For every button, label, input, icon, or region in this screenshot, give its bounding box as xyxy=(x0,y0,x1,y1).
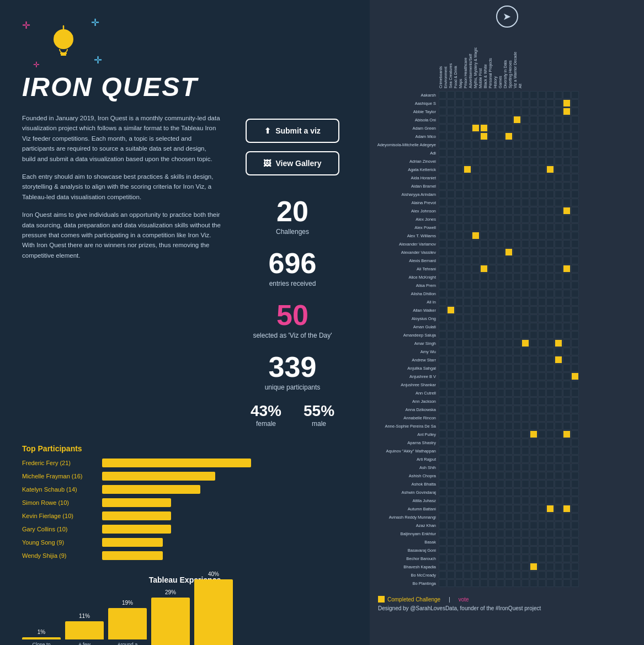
grid-cell xyxy=(505,389,513,397)
grid-cell xyxy=(447,571,455,579)
grid-cell xyxy=(538,99,546,107)
grid-cell xyxy=(530,116,537,124)
page-title: IRON QUEST xyxy=(22,72,348,102)
grid-cells xyxy=(439,555,579,562)
grid-cell xyxy=(472,257,480,264)
grid-cells xyxy=(439,538,579,546)
grid-cell xyxy=(480,389,488,397)
grid-cell xyxy=(513,406,521,413)
grid-cell xyxy=(555,381,562,388)
grid-cell xyxy=(472,273,480,281)
grid-cell xyxy=(571,223,579,231)
grid-cell xyxy=(513,124,521,132)
participant-name: Aakarsh xyxy=(372,93,439,98)
grid-cell xyxy=(472,546,480,554)
participant-name: Aidan Bramel xyxy=(372,184,439,189)
grid-cell xyxy=(521,182,529,190)
grid-cells xyxy=(439,372,579,380)
grid-cells xyxy=(439,339,579,347)
grid-row: Alexis Bernard xyxy=(372,257,641,264)
challenges-count: 20 xyxy=(251,195,334,228)
grid-cell xyxy=(488,207,496,215)
grid-cell xyxy=(488,223,496,231)
grid-cell xyxy=(530,455,537,463)
grid-cell xyxy=(480,463,488,471)
grid-cell xyxy=(546,190,554,198)
participant-name: Annabelle Rincon xyxy=(372,415,439,420)
grid-cell xyxy=(521,521,529,529)
gallery-button[interactable]: 🖼 View Gallery xyxy=(246,151,339,175)
grid-cell xyxy=(521,157,529,165)
grid-cell xyxy=(472,174,480,182)
participant-name: Baljinnyam Enkhtur xyxy=(372,531,439,536)
grid-cell xyxy=(513,257,521,264)
grid-cell xyxy=(480,563,488,571)
grid-cell xyxy=(546,381,554,388)
grid-cell xyxy=(563,571,571,579)
grid-cell xyxy=(546,91,554,99)
grid-row: Ash Shih xyxy=(372,463,641,471)
grid-cells xyxy=(439,579,579,587)
grid-cells xyxy=(439,207,579,215)
participant-name: Anna Dzikowska xyxy=(372,407,439,412)
grid-cell xyxy=(439,91,446,99)
grid-cell xyxy=(530,364,537,372)
grid-cell xyxy=(530,422,537,430)
grid-cell xyxy=(538,447,546,455)
grid-cell xyxy=(546,571,554,579)
grid-cell xyxy=(563,223,571,231)
grid-cell xyxy=(488,538,496,546)
grid-cell xyxy=(505,480,513,488)
bar-track xyxy=(102,511,171,520)
grid-cell xyxy=(571,397,579,405)
grid-cell xyxy=(488,356,496,364)
vote-link[interactable]: vote xyxy=(459,596,469,603)
grid-cell xyxy=(472,99,480,107)
participant-name: Ali Tehrani xyxy=(372,266,439,271)
grid-cell xyxy=(488,199,496,206)
grid-cell xyxy=(555,190,562,198)
grid-cell xyxy=(505,190,513,198)
grid-cell xyxy=(513,116,521,124)
grid-cell xyxy=(571,488,579,496)
grid-cell xyxy=(464,497,471,504)
participant-name: Adam Green xyxy=(372,126,439,131)
grid-cell xyxy=(447,422,455,430)
grid-cell xyxy=(497,190,504,198)
grid-cell xyxy=(464,273,471,281)
grid-row: Aparna Shastry xyxy=(372,439,641,446)
grid-cell xyxy=(555,323,562,331)
grid-cell xyxy=(530,91,537,99)
left-panel: ✛ ✛ ✛ ✛ IRON QUEST Founded in January 20… xyxy=(0,0,370,645)
grid-cell xyxy=(439,257,446,264)
grid-cell xyxy=(447,273,455,281)
grid-cell xyxy=(555,99,562,107)
grid-cell xyxy=(513,182,521,190)
grid-cell xyxy=(488,389,496,397)
plus-decoration-br: ✛ xyxy=(94,54,102,66)
grid-cell xyxy=(497,240,504,248)
grid-cell xyxy=(497,91,504,99)
grid-row: Bechor Barouch xyxy=(372,555,641,562)
grid-cell xyxy=(497,372,504,380)
grid-cell xyxy=(455,166,463,173)
grid-cell xyxy=(530,488,537,496)
grid-cell xyxy=(497,480,504,488)
submit-button[interactable]: ⬆ Submit a viz xyxy=(246,119,339,143)
grid-cell xyxy=(546,331,554,339)
grid-cell xyxy=(538,364,546,372)
grid-cell xyxy=(455,273,463,281)
grid-cell xyxy=(447,281,455,289)
grid-cell xyxy=(505,414,513,422)
grid-cell xyxy=(488,108,496,115)
selected-count: 50 xyxy=(251,298,334,332)
grid-cell xyxy=(563,273,571,281)
grid-cell xyxy=(488,339,496,347)
grid-cell xyxy=(530,281,537,289)
grid-cell xyxy=(530,99,537,107)
grid-cell xyxy=(497,538,504,546)
logo-area: ✛ ✛ ✛ ✛ xyxy=(22,17,105,72)
grid-cell xyxy=(447,149,455,157)
category-label: Personal Projects xyxy=(488,33,492,88)
nav-icon[interactable]: ➤ xyxy=(496,6,518,28)
